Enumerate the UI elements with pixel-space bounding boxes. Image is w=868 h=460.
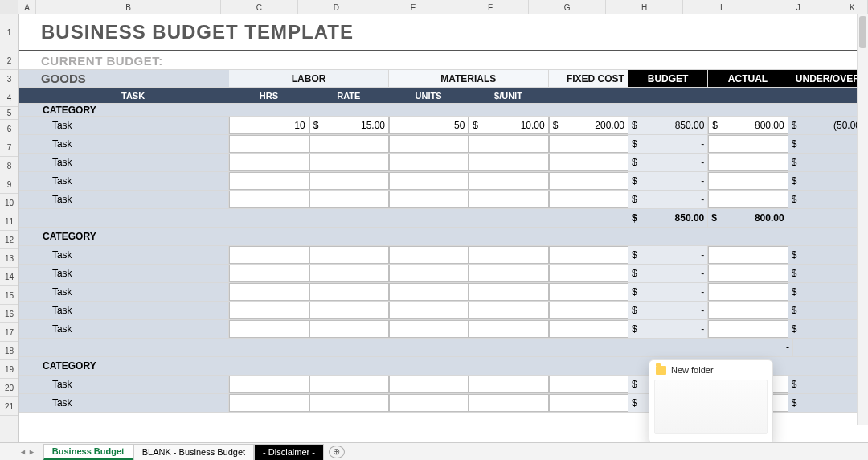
row-header-10[interactable]: 10 [0,194,18,212]
row-header-12[interactable]: 12 [0,231,18,249]
cell-hrs[interactable] [229,283,309,301]
cell-per-unit[interactable] [469,394,548,412]
cell-units[interactable] [389,172,469,190]
cell-fixed[interactable] [549,172,628,190]
col-header-H[interactable]: H [606,0,683,14]
row-header-20[interactable]: 20 [0,379,18,397]
cell-budget[interactable]: $- [628,265,708,282]
col-header-K[interactable]: K [837,0,868,14]
cell-actual[interactable] [708,246,788,264]
cell-budget[interactable]: $- [628,246,708,264]
cell-rate[interactable] [309,191,389,208]
cell-rate[interactable] [309,283,389,301]
cell-fixed[interactable] [549,376,628,393]
cell-rate[interactable]: $15.00 [309,117,389,134]
cell-per-unit[interactable] [469,265,548,282]
row-header-2[interactable]: 2 [0,51,18,70]
row-header-5[interactable]: 5 [0,107,18,120]
row-header-18[interactable]: 18 [0,342,18,360]
cell-rate[interactable] [309,172,389,190]
col-header-G[interactable]: G [529,0,606,14]
task-label[interactable]: Task [38,154,229,171]
vertical-scrollbar[interactable] [857,14,868,425]
row-header-21[interactable]: 21 [0,397,18,416]
cell-units[interactable] [389,320,469,338]
row-header-19[interactable]: 19 [0,360,18,379]
cell-hrs[interactable] [229,394,309,412]
cell-hrs[interactable] [229,302,309,319]
cell-hrs[interactable] [229,191,309,208]
task-label[interactable]: Task [38,376,229,393]
cell-units[interactable] [389,283,469,301]
cell-budget[interactable]: $- [628,191,708,208]
row-header-3[interactable]: 3 [0,70,18,88]
cell-units[interactable] [389,191,469,208]
cell-units[interactable] [389,376,469,393]
cell-units[interactable] [389,302,469,319]
cell-fixed[interactable] [549,154,628,171]
cell-hrs[interactable] [229,246,309,264]
row-header-15[interactable]: 15 [0,286,18,305]
cell-hrs[interactable] [229,320,309,338]
task-label[interactable]: Task [38,246,229,264]
window-thumbnail[interactable] [654,380,768,434]
cell-actual[interactable] [708,283,788,301]
cell-hrs[interactable] [229,135,309,153]
col-header-C[interactable]: C [221,0,298,14]
cell-actual[interactable] [708,191,788,208]
row-header-7[interactable]: 7 [0,138,18,157]
cell-per-unit[interactable] [469,154,548,171]
cell-units[interactable]: 50 [389,117,469,134]
cell-per-unit[interactable] [469,191,548,208]
cell-fixed[interactable] [549,283,628,301]
cell-budget[interactable]: $- [628,283,708,301]
cell-units[interactable] [389,265,469,282]
cell-per-unit[interactable] [469,302,548,319]
cell-actual[interactable] [708,135,788,153]
cell-hrs[interactable]: 10 [229,117,309,134]
cell-fixed[interactable] [549,320,628,338]
cell-per-unit[interactable] [469,172,548,190]
cell-rate[interactable] [309,135,389,153]
col-header-A[interactable]: A [18,0,36,14]
cell-hrs[interactable] [229,376,309,393]
cell-units[interactable] [389,154,469,171]
task-label[interactable]: Task [38,394,229,412]
cell-rate[interactable] [309,154,389,171]
cell-fixed[interactable]: $200.00 [549,117,628,134]
cell-units[interactable] [389,246,469,264]
cell-budget[interactable]: $850.00 [628,117,708,134]
cell-units[interactable] [389,394,469,412]
task-label[interactable]: Task [38,320,229,338]
row-header-8[interactable]: 8 [0,157,18,175]
row-header-14[interactable]: 14 [0,268,18,286]
tab-business-budget[interactable]: Business Budget [43,444,133,460]
cell-per-unit[interactable] [469,246,548,264]
task-label[interactable]: Task [38,135,229,153]
cell-fixed[interactable] [549,394,628,412]
tab-prev-icon[interactable]: ◄ [19,448,27,456]
col-header-I[interactable]: I [683,0,760,14]
cell-units[interactable] [389,135,469,153]
cell-fixed[interactable] [549,265,628,282]
tab-blank-business-budget[interactable]: BLANK - Business Budget [133,444,254,460]
row-header-16[interactable]: 16 [0,305,18,323]
cell-actual[interactable]: $800.00 [708,117,788,134]
cell-budget[interactable]: $- [628,135,708,153]
task-label[interactable]: Task [38,265,229,282]
row-header-17[interactable]: 17 [0,323,18,342]
cell-budget[interactable]: $- [628,302,708,319]
cell-rate[interactable] [309,320,389,338]
row-header-6[interactable]: 6 [0,120,18,138]
tab-next-icon[interactable]: ► [28,448,35,456]
cell-rate[interactable] [309,376,389,393]
cell-budget[interactable]: $- [628,154,708,171]
cell-rate[interactable] [309,302,389,319]
cell-budget[interactable]: $- [628,320,708,338]
col-header-J[interactable]: J [760,0,837,14]
cell-per-unit[interactable] [469,135,548,153]
cell-per-unit[interactable] [469,283,548,301]
task-label[interactable]: Task [38,117,229,134]
task-label[interactable]: Task [38,172,229,190]
task-label[interactable]: Task [38,191,229,208]
